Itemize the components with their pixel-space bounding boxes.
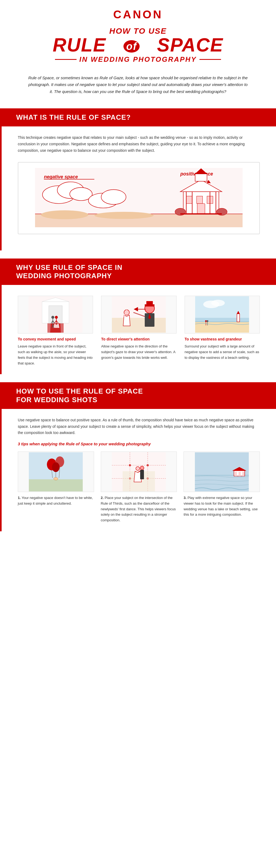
three-columns: To convey movement and speed Leave negat…: [18, 296, 260, 366]
svg-point-89: [147, 464, 149, 466]
svg-rect-28: [180, 213, 222, 214]
section2-header: WHY USE RULE OF SPACE IN WEDDING PHOTOGR…: [0, 258, 276, 285]
section2-content: To convey movement and speed Leave negat…: [0, 285, 276, 374]
tip3-svg: [195, 452, 249, 491]
diagram: negative space positive space: [18, 162, 260, 234]
svg-point-93: [136, 467, 140, 470]
title-space: SPACE: [157, 34, 223, 56]
svg-point-10: [41, 210, 88, 219]
svg-point-88: [129, 464, 131, 466]
tip1: 1. Your negative space doesn't have to b…: [18, 452, 94, 523]
section2-heading: WHY USE RULE OF SPACE IN WEDDING PHOTOGR…: [16, 264, 260, 280]
tip3-image: [184, 452, 260, 492]
column1-image: [18, 296, 93, 334]
column2-text: Allow negative space in the direction of…: [101, 344, 176, 361]
tip2-number: 2.: [101, 496, 104, 500]
svg-rect-105: [242, 472, 244, 476]
tip2-image: [101, 452, 177, 492]
tip1-body: Your negative space doesn't have to be w…: [18, 496, 93, 505]
svg-point-71: [207, 320, 208, 322]
column2-title: To direct viewer's attention: [101, 337, 176, 342]
column3-text: Surround your subject with a large amoun…: [185, 344, 260, 361]
column2-image: [101, 296, 176, 334]
section2: WHY USE RULE OF SPACE IN WEDDING PHOTOGR…: [0, 258, 276, 374]
title-rule: RULE: [53, 34, 106, 56]
title-line3: IN WEDDING PHOTOGRAPHY: [79, 55, 196, 64]
how-to-intro: Use negative space to balance out positi…: [18, 417, 260, 436]
column1-title: To convey movement and speed: [18, 337, 93, 342]
svg-text:negative space: negative space: [44, 174, 78, 179]
title-line3-row: IN WEDDING PHOTOGRAPHY: [16, 55, 260, 64]
svg-rect-19: [197, 196, 203, 204]
section1-content: This technique creates negative space th…: [0, 126, 276, 250]
svg-rect-16: [195, 174, 207, 181]
column-movement: To convey movement and speed Leave negat…: [18, 296, 93, 366]
svg-rect-103: [235, 472, 237, 476]
column1-svg: [29, 296, 83, 333]
svg-point-11: [94, 212, 154, 219]
tip1-text: 1. Your negative space doesn't have to b…: [18, 495, 94, 506]
svg-rect-67: [237, 314, 240, 322]
svg-point-42: [52, 316, 54, 319]
svg-point-35: [55, 316, 58, 319]
diagram-svg: negative space positive space: [24, 168, 254, 227]
title-section: HOW TO USE RULE of SPACE IN WEDDING PHOT…: [0, 24, 276, 69]
tip2-text: 2. Place your subject on the intersectio…: [101, 495, 177, 523]
svg-rect-33: [49, 306, 62, 323]
tip3-body: Play with extreme negative space so your…: [184, 496, 258, 517]
svg-point-69: [205, 320, 207, 322]
section3: HOW TO USE THE RULE OF SPACE FOR WEDDING…: [0, 382, 276, 531]
section1: WHAT IS THE RULE OF SPACE? This techniqu…: [0, 108, 276, 250]
column1-text: Leave negative space in front of the sub…: [18, 344, 93, 366]
tip1-image: [18, 452, 94, 492]
column3-title: To show vastness and grandeur: [185, 337, 260, 342]
tip1-number: 1.: [18, 496, 21, 500]
title-line1: HOW TO USE: [16, 26, 260, 35]
svg-rect-104: [239, 472, 241, 476]
column3-svg: [195, 296, 249, 333]
svg-point-8: [101, 189, 126, 204]
red-line-left: [55, 59, 76, 60]
tip2: 2. Place your subject on the intersectio…: [101, 452, 177, 523]
section1-body: This technique creates negative space th…: [18, 134, 260, 154]
section3-content: Use negative space to balance out positi…: [0, 409, 276, 531]
section3-header: HOW TO USE THE RULE OF SPACE FOR WEDDING…: [0, 382, 276, 409]
tips-title: 3 tips when applying the Rule of Space t…: [18, 441, 260, 446]
svg-rect-52: [146, 301, 153, 305]
svg-rect-21: [197, 204, 205, 214]
svg-point-66: [211, 300, 225, 306]
title-line2: RULE of SPACE: [16, 35, 260, 55]
svg-rect-61: [195, 296, 249, 318]
column3-image: [185, 296, 260, 334]
tip2-svg: [112, 452, 166, 491]
tip3-number: 3.: [184, 496, 186, 500]
svg-rect-96: [140, 470, 144, 479]
title-of-circle: of: [123, 40, 140, 53]
column2-svg: [112, 296, 166, 333]
section1-heading: WHAT IS THE RULE OF SPACE?: [16, 113, 260, 122]
svg-marker-58: [123, 315, 130, 326]
canon-logo: CANON: [5, 8, 271, 21]
svg-rect-18: [186, 196, 192, 204]
tip3: 3. Play with extreme negative space so y…: [184, 452, 260, 523]
svg-point-80: [52, 462, 60, 472]
intro-text: Rule of Space, or sometimes known as Rul…: [0, 69, 276, 100]
column-vastness: To show vastness and grandeur Surround y…: [185, 296, 260, 366]
svg-rect-75: [29, 479, 83, 491]
svg-rect-49: [112, 318, 166, 333]
section3-heading: HOW TO USE THE RULE OF SPACE FOR WEDDING…: [16, 387, 260, 404]
header: CANON: [0, 0, 276, 24]
section1-header: WHAT IS THE RULE OF SPACE?: [0, 108, 276, 126]
tip1-svg: [29, 452, 83, 491]
red-line-right: [200, 59, 221, 60]
tip3-text: 3. Play with extreme negative space so y…: [184, 495, 260, 518]
svg-point-95: [140, 466, 144, 470]
column-attention: To direct viewer's attention Allow negat…: [101, 296, 176, 366]
tips-columns: 1. Your negative space doesn't have to b…: [18, 452, 260, 523]
svg-point-82: [54, 477, 58, 480]
tip2-body: Place your subject on the intersection o…: [101, 496, 176, 522]
